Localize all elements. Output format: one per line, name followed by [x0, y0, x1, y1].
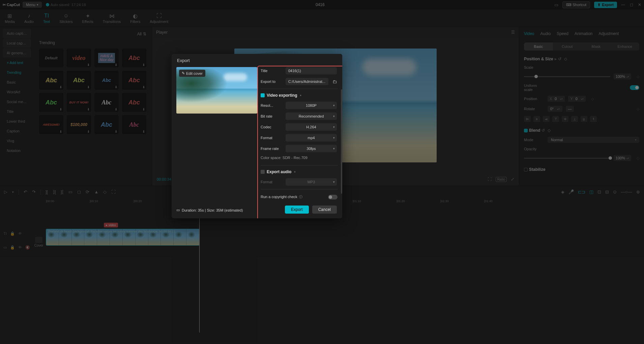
- export-preview: ✎ Edit cover: [176, 67, 257, 114]
- codec-select[interactable]: H.264▾: [286, 123, 337, 131]
- info-icon[interactable]: ⓘ: [298, 195, 302, 199]
- copyright-label: Run a copyright check: [261, 195, 297, 199]
- format-label: Format: [261, 136, 283, 140]
- bitrate-select[interactable]: Recommended▾: [286, 113, 337, 120]
- exportto-label: Export to: [261, 80, 283, 84]
- resolution-label: Resol...: [261, 103, 283, 107]
- edit-cover-button[interactable]: ✎ Edit cover: [179, 70, 205, 77]
- export-meta: ▭ Duration: 35s | Size: 35M (estimated): [176, 208, 253, 212]
- colorspace-label: Color space: SDR - Rec.709: [261, 156, 340, 160]
- modal-export-button[interactable]: Export: [285, 206, 309, 214]
- resolution-select[interactable]: 1080P▾: [286, 102, 337, 109]
- copyright-toggle[interactable]: [328, 195, 338, 199]
- codec-label: Codec: [261, 125, 283, 129]
- modal-scrollbar[interactable]: [341, 89, 342, 194]
- title-label: Title: [261, 69, 283, 73]
- video-exporting-header[interactable]: Video exporting•: [261, 93, 340, 98]
- modal-cancel-button[interactable]: Cancel: [312, 206, 337, 214]
- title-input[interactable]: 0416(1): [286, 67, 337, 74]
- export-modal: Export ✎ Edit cover ▭ Duration: 35s | Si…: [172, 54, 342, 218]
- exportto-input[interactable]: C:/Users/Administrat...: [286, 78, 328, 85]
- export-audio-header[interactable]: Export audio•: [261, 169, 340, 174]
- framerate-label: Frame rate: [261, 147, 283, 151]
- folder-icon[interactable]: 🗀: [332, 79, 337, 84]
- audio-format-select[interactable]: MP3▾: [286, 178, 337, 186]
- audio-format-label: Format: [261, 180, 283, 184]
- bitrate-label: Bit rate: [261, 114, 283, 118]
- format-select[interactable]: mp4▾: [286, 134, 337, 142]
- framerate-select[interactable]: 30fps▾: [286, 145, 337, 152]
- modal-title: Export: [172, 54, 342, 67]
